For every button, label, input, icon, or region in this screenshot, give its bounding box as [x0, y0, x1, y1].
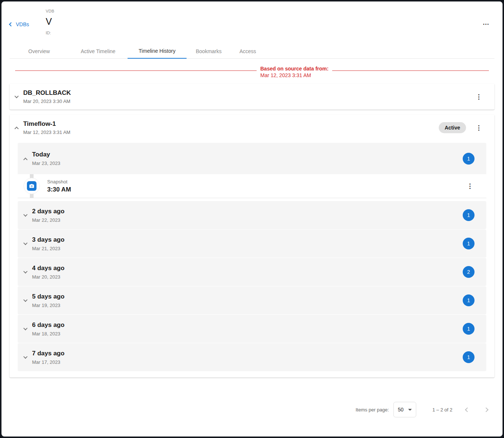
banner-divider-right — [332, 65, 489, 71]
previous-page-button[interactable] — [463, 405, 471, 415]
kebab-menu-icon[interactable]: ⋮ — [465, 182, 475, 191]
day-group-titles: 3 days ago Mar 21, 2023 — [32, 236, 65, 251]
snapshot-count-badge: 1 — [463, 351, 475, 363]
banner-text: Based on source data from: Mar 12, 2023 … — [257, 65, 332, 79]
tab-bar: Overview Active Timeline Timeline Histor… — [10, 44, 494, 59]
day-group: 5 days ago Mar 19, 2023 1 — [18, 286, 486, 314]
chevron-down-icon — [23, 355, 27, 359]
day-group-header[interactable]: 5 days ago Mar 19, 2023 1 — [18, 286, 486, 314]
more-actions-button[interactable]: ... — [483, 19, 489, 27]
kebab-menu-icon[interactable]: ⋮ — [474, 123, 483, 132]
snapshot-count-badge: 1 — [463, 294, 475, 306]
chevron-down-icon — [14, 94, 18, 98]
tab-timeline-history[interactable]: Timeline History — [128, 44, 187, 59]
items-per-page-select[interactable]: 50 — [393, 402, 416, 417]
day-group-title: 7 days ago — [32, 350, 65, 357]
timeflow-header-timeflow-1[interactable]: Timeflow-1 Mar 12, 2023 3:31 AM Active ⋮ — [10, 115, 494, 141]
active-status-badge: Active — [439, 122, 466, 133]
banner-date: Mar 12, 2023 3:31 AM — [260, 72, 329, 79]
chevron-up-icon — [23, 158, 27, 162]
tab-overview[interactable]: Overview — [10, 44, 69, 59]
snapshot-count-badge: 1 — [463, 153, 475, 165]
back-link-label: VDBs — [16, 21, 29, 27]
chevron-left-icon — [9, 22, 13, 26]
day-group-titles: 5 days ago Mar 19, 2023 — [32, 293, 65, 308]
back-to-vdbs-link[interactable]: VDBs — [10, 21, 29, 27]
day-group-list: Today Mar 23, 2023 1 — [18, 143, 486, 371]
day-group-date: Mar 21, 2023 — [32, 246, 65, 251]
pagination-bar: Items per page: 50 1 – 2 of 2 — [10, 402, 494, 417]
day-group-titles: Today Mar 23, 2023 — [32, 151, 60, 166]
camera-icon — [27, 181, 37, 191]
day-group-header[interactable]: 6 days ago Mar 18, 2023 1 — [18, 315, 486, 343]
snapshot-time: 3:30 AM — [47, 186, 71, 193]
vdb-eyebrow-label: VDB — [46, 9, 54, 13]
day-group: 4 days ago Mar 20, 2023 2 — [18, 258, 486, 286]
snapshot-row[interactable]: Snapshot 3:30 AM ⋮ — [18, 174, 486, 198]
timeflow-header-db-rollback[interactable]: DB_ROLLBACK Mar 20, 2023 3:30 AM ⋮ — [10, 84, 494, 110]
day-group: 3 days ago Mar 21, 2023 1 — [18, 230, 486, 258]
chevron-down-icon — [23, 326, 27, 330]
timeflow-titles: Timeflow-1 Mar 12, 2023 3:31 AM — [23, 120, 70, 135]
day-group-title: 6 days ago — [32, 321, 65, 329]
snapshot-count-badge: 1 — [463, 323, 475, 335]
timeflow-accordion-timeflow-1: Timeflow-1 Mar 12, 2023 3:31 AM Active ⋮… — [10, 115, 494, 377]
day-group-date: Mar 23, 2023 — [32, 161, 60, 166]
day-group-today: Today Mar 23, 2023 1 — [18, 143, 486, 198]
tab-access[interactable]: Access — [231, 44, 265, 59]
vdb-id-label: ID: — [46, 31, 54, 35]
page-title: V — [46, 16, 54, 27]
snapshot-text: Snapshot 3:30 AM — [47, 179, 71, 193]
day-group-title: 3 days ago — [32, 236, 65, 244]
items-per-page-label: Items per page: — [355, 407, 389, 413]
day-group-date: Mar 17, 2023 — [32, 359, 65, 365]
items-per-page-value: 50 — [398, 407, 404, 413]
chevron-down-icon — [23, 269, 27, 273]
day-group-title: Today — [32, 151, 60, 158]
tab-label: Active Timeline — [81, 48, 115, 54]
timeflow-accordion-db-rollback: DB_ROLLBACK Mar 20, 2023 3:30 AM ⋮ — [10, 84, 494, 110]
day-group-title: 4 days ago — [32, 265, 65, 272]
vdb-detail-page: VDBs VDB V ID: ... Overview Active Timel… — [1, 1, 503, 437]
timeflow-date: Mar 20, 2023 3:30 AM — [23, 99, 71, 104]
tab-active-timeline[interactable]: Active Timeline — [69, 44, 128, 59]
chevron-down-icon — [23, 213, 27, 217]
day-group-titles: 6 days ago Mar 18, 2023 — [32, 321, 65, 337]
chevron-up-icon — [14, 127, 18, 131]
timeflow-name: DB_ROLLBACK — [23, 89, 71, 97]
banner-label: Based on source data from: — [260, 65, 329, 72]
banner-divider-left — [15, 65, 257, 71]
day-group-date: Mar 20, 2023 — [32, 274, 65, 280]
tab-label: Access — [239, 48, 256, 54]
window-frame: VDBs VDB V ID: ... Overview Active Timel… — [0, 0, 504, 438]
day-group-header[interactable]: 4 days ago Mar 20, 2023 2 — [18, 258, 486, 286]
day-group-header[interactable]: 7 days ago Mar 17, 2023 1 — [18, 343, 486, 371]
day-group-titles: 2 days ago Mar 22, 2023 — [32, 208, 65, 223]
day-group-header[interactable]: 3 days ago Mar 21, 2023 1 — [18, 230, 486, 258]
page-header: VDBs VDB V ID: ... — [10, 1, 494, 44]
day-group: 2 days ago Mar 22, 2023 1 — [18, 201, 486, 229]
tab-label: Timeline History — [139, 48, 175, 54]
timeflow-titles: DB_ROLLBACK Mar 20, 2023 3:30 AM — [23, 89, 71, 104]
day-group-header[interactable]: Today Mar 23, 2023 1 — [18, 143, 486, 174]
day-group-titles: 7 days ago Mar 17, 2023 — [32, 350, 65, 365]
snapshot-count-badge: 1 — [463, 238, 475, 249]
timeflow-name: Timeflow-1 — [23, 120, 70, 128]
pagination-range-label: 1 – 2 of 2 — [432, 407, 452, 413]
snapshot-count-badge: 1 — [463, 209, 475, 221]
day-group-header[interactable]: 2 days ago Mar 22, 2023 1 — [18, 201, 486, 229]
day-group: 6 days ago Mar 18, 2023 1 — [18, 315, 486, 343]
snapshot-node — [24, 178, 40, 194]
source-data-banner: Based on source data from: Mar 12, 2023 … — [15, 65, 489, 79]
tab-label: Bookmarks — [196, 48, 222, 54]
day-group-title: 2 days ago — [32, 208, 65, 215]
snapshot-count-badge: 2 — [463, 266, 475, 278]
kebab-menu-icon[interactable]: ⋮ — [474, 92, 483, 101]
tab-label: Overview — [28, 48, 50, 54]
tab-bookmarks[interactable]: Bookmarks — [187, 44, 231, 59]
chevron-right-icon — [484, 407, 489, 412]
day-group: 7 days ago Mar 17, 2023 1 — [18, 343, 486, 371]
next-page-button[interactable] — [482, 405, 490, 415]
snapshot-type-label: Snapshot — [47, 179, 71, 184]
day-group-titles: 4 days ago Mar 20, 2023 — [32, 265, 65, 280]
